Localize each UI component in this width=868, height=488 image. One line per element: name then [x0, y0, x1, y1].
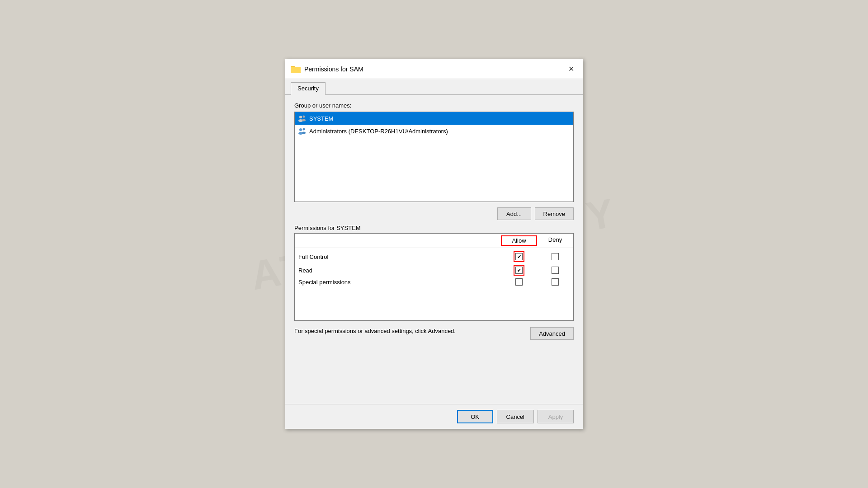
perm-special-allow-checkbox[interactable] [515, 278, 523, 286]
perm-row-fullcontrol: Full Control [295, 250, 573, 263]
group-list[interactable]: SYSTEM Administrators (DESKTOP-R26H1VU\A… [294, 112, 574, 202]
title-bar-left: Permissions for SAM [291, 65, 363, 74]
dialog-window: Permissions for SAM ✕ Security Group or … [285, 59, 583, 429]
perm-col-name [295, 235, 501, 246]
group-section-label: Group or user names: [294, 102, 574, 109]
group-item-administrators[interactable]: Administrators (DESKTOP-R26H1VU\Administ… [295, 125, 573, 137]
dialog-title: Permissions for SAM [304, 66, 363, 73]
users-icon-admins [297, 127, 307, 135]
add-button[interactable]: Add... [497, 207, 531, 220]
advanced-section: For special permissions or advanced sett… [294, 327, 574, 340]
dialog-content: Group or user names: SYSTEM [285, 95, 583, 404]
advanced-button[interactable]: Advanced [530, 327, 574, 340]
group-item-system-label: SYSTEM [309, 115, 333, 122]
group-item-admins-label: Administrators (DESKTOP-R26H1VU\Administ… [309, 128, 448, 135]
title-bar: Permissions for SAM ✕ [285, 59, 583, 79]
perm-fullcontrol-allow-checkbox[interactable] [515, 253, 523, 260]
perm-read-allow-border [514, 265, 524, 276]
perm-fullcontrol-deny-cell [537, 253, 573, 260]
folder-icon [291, 65, 301, 74]
perm-row-special: Special permissions [295, 277, 573, 287]
svg-point-6 [302, 119, 306, 122]
perm-special-label: Special permissions [295, 279, 501, 286]
perm-fullcontrol-label: Full Control [295, 253, 501, 260]
perm-col-deny: Deny [537, 235, 573, 246]
perm-fullcontrol-allow-cell [501, 251, 537, 262]
perm-read-label: Read [295, 267, 501, 274]
permissions-rows: Full Control Read [295, 248, 573, 320]
tab-security[interactable]: Security [291, 82, 326, 95]
perm-fullcontrol-allow-border [514, 251, 524, 262]
perm-special-deny-checkbox[interactable] [552, 278, 559, 286]
perm-row-read: Read [295, 263, 573, 277]
add-remove-buttons: Add... Remove [294, 207, 574, 220]
close-button[interactable]: ✕ [565, 63, 577, 75]
cancel-button[interactable]: Cancel [497, 410, 534, 423]
permissions-label: Permissions for SYSTEM [294, 225, 574, 231]
users-icon-system [297, 115, 307, 122]
tab-bar: Security [285, 79, 583, 95]
apply-button[interactable]: Apply [538, 410, 574, 423]
perm-fullcontrol-deny-checkbox[interactable] [552, 253, 559, 260]
group-item-system[interactable]: SYSTEM [295, 112, 573, 125]
remove-button[interactable]: Remove [535, 207, 574, 220]
perm-read-allow-checkbox[interactable] [515, 267, 523, 274]
perm-read-deny-cell [537, 267, 573, 274]
svg-point-9 [303, 128, 305, 131]
svg-point-3 [299, 116, 302, 118]
perm-special-allow-cell [501, 278, 537, 286]
dialog-footer: OK Cancel Apply [285, 404, 583, 429]
perm-special-deny-cell [537, 278, 573, 286]
permissions-header: Allow Deny [295, 234, 573, 248]
svg-point-5 [303, 116, 305, 118]
perm-read-deny-checkbox[interactable] [552, 267, 559, 274]
svg-point-10 [302, 132, 306, 134]
svg-rect-2 [291, 67, 301, 73]
perm-col-allow: Allow [501, 235, 537, 246]
advanced-note-text: For special permissions or advanced sett… [294, 327, 525, 335]
permissions-table: Allow Deny Full Control [294, 233, 574, 321]
perm-read-allow-cell [501, 265, 537, 276]
ok-button[interactable]: OK [457, 410, 493, 423]
svg-point-7 [299, 128, 302, 131]
